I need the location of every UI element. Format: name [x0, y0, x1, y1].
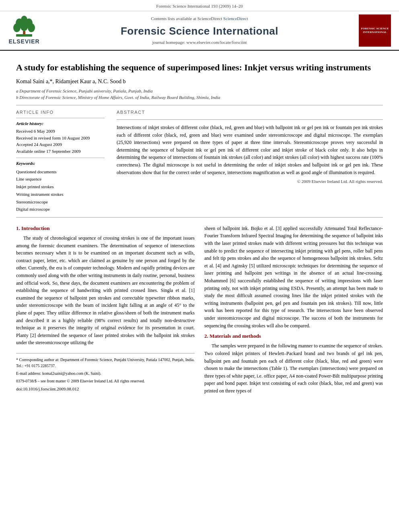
- banner-center: Contents lists available at ScienceDirec…: [44, 16, 355, 45]
- affiliation-a: a Department of Forensic Science, Punjab…: [16, 88, 383, 94]
- keywords-label: Keywords:: [16, 160, 105, 166]
- corresponding-author-footnote: * Corresponding author at: Department of…: [16, 357, 195, 369]
- materials-paragraph: The samples were prepared in the followi…: [204, 342, 383, 394]
- abstract-label: ABSTRACT: [117, 109, 383, 115]
- issn-footnote: 0379-0738/$ – see front matter © 2009 El…: [16, 378, 195, 384]
- main-left-column: 1. Introduction The study of chronologic…: [16, 225, 195, 398]
- abstract-column: ABSTRACT Intersections of inkjet strokes…: [117, 109, 383, 213]
- revised-date: Received in revised form 10 August 2009: [16, 135, 105, 142]
- svg-point-4: [28, 23, 35, 32]
- right-intro-paragraph: sheen of ballpoint ink. Bojko et al. [3]…: [204, 225, 383, 329]
- affiliations: a Department of Forensic Science, Punjab…: [16, 88, 383, 101]
- materials-heading: 2. Materials and methods: [204, 333, 383, 340]
- abstract-divider: [117, 119, 383, 120]
- keyword-6: Digital microscope: [16, 205, 105, 213]
- affiliation-b: b Directorate of Forensic Science, Minis…: [16, 94, 383, 101]
- keyword-4: Writing instrument strokes: [16, 191, 105, 198]
- page-body: A study for establishing the sequence of…: [0, 51, 399, 406]
- keywords-box: Keywords: Questioned documents Line sequ…: [16, 158, 105, 213]
- main-content: 1. Introduction The study of chronologic…: [16, 225, 383, 398]
- article-info-column: ARTICLE INFO Article history: Received 6…: [16, 109, 105, 213]
- elsevier-wordmark: ELSEVIER: [8, 38, 39, 46]
- article-info-label: ARTICLE INFO: [16, 109, 105, 115]
- intro-title: Introduction: [21, 225, 50, 231]
- svg-rect-7: [16, 34, 32, 37]
- materials-title: Materials and methods: [210, 333, 261, 339]
- journal-title: Forensic Science International: [44, 24, 355, 38]
- elsevier-logo: ELSEVIER: [8, 16, 40, 46]
- footnote-section: * Corresponding author at: Department of…: [16, 353, 195, 392]
- keyword-3: Inkjet printed strokes: [16, 183, 105, 191]
- keyword-1: Questioned documents: [16, 168, 105, 176]
- received-date: Received 6 May 2009: [16, 128, 105, 135]
- article-info-abstract-section: ARTICLE INFO Article history: Received 6…: [16, 109, 383, 213]
- authors-line: Komal Saini a,*, Ridamjeet Kaur a, N.C. …: [16, 78, 383, 86]
- elsevier-tree-icon: [12, 16, 36, 38]
- svg-point-3: [13, 23, 21, 32]
- main-right-column: sheen of ballpoint ink. Bojko et al. [3]…: [204, 225, 383, 398]
- keyword-2: Line sequence: [16, 175, 105, 183]
- svg-point-5: [20, 21, 28, 31]
- keywords-list: Questioned documents Line sequence Inkje…: [16, 168, 105, 213]
- journal-homepage: journal homepage: www.elsevier.com/locat…: [44, 39, 355, 45]
- top-banner: ELSEVIER Contents lists available at Sci…: [0, 11, 399, 51]
- intro-heading: 1. Introduction: [16, 225, 195, 232]
- journal-citation: Forensic Science International 193 (2009…: [156, 4, 243, 8]
- body-divider: [16, 217, 383, 218]
- journal-header: Forensic Science International 193 (2009…: [0, 0, 399, 11]
- intro-paragraph: The study of chronological sequence of c…: [16, 234, 195, 347]
- abstract-text: Intersections of inkjet strokes of diffe…: [117, 124, 383, 176]
- keyword-5: Stereomicroscope: [16, 198, 105, 206]
- sciencedirect-link[interactable]: ScienceDirect: [223, 16, 248, 21]
- copyright-line: © 2009 Elsevier Ireland Ltd. All rights …: [117, 179, 383, 185]
- header-divider: [16, 105, 383, 105]
- email-footnote: E-mail address: komal2saini@yahoo.com (K…: [16, 370, 195, 376]
- doi-line: doi:10.1016/j.forsciint.2009.08.012: [16, 386, 195, 392]
- article-history-box: Article history: Received 6 May 2009 Rec…: [16, 118, 105, 154]
- article-history-group: Article history: Received 6 May 2009 Rec…: [16, 121, 105, 154]
- corner-logo: FORENSIC SCIENCE INTERNATIONAL: [359, 14, 391, 47]
- accepted-date: Accepted 24 August 2009: [16, 141, 105, 148]
- article-title: A study for establishing the sequence of…: [16, 62, 383, 74]
- contents-availability: Contents lists available at ScienceDirec…: [44, 16, 355, 22]
- available-date: Available online 17 September 2009: [16, 148, 105, 155]
- history-label: Article history:: [16, 121, 105, 127]
